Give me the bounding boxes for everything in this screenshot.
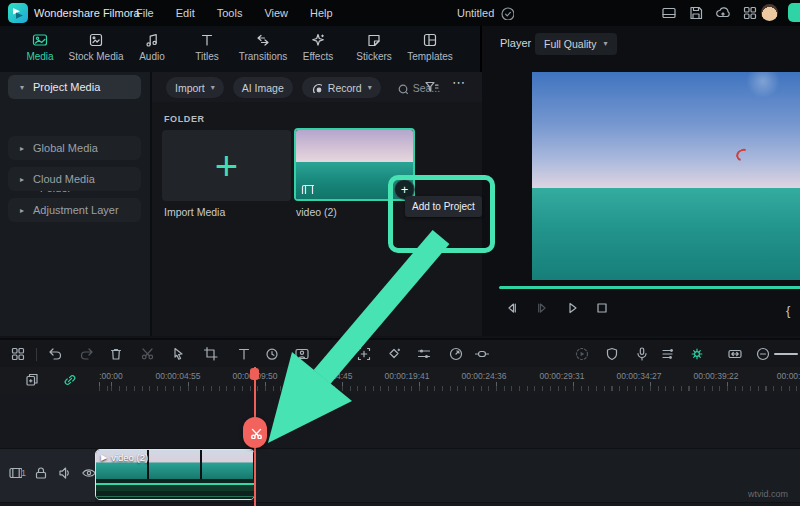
- ruler-label: 00:00:4: [777, 371, 800, 381]
- hide-track-icon[interactable]: [81, 465, 95, 479]
- menu-edit[interactable]: Edit: [176, 7, 195, 19]
- workspace-switch-icon[interactable]: [10, 346, 26, 362]
- keyframe-icon[interactable]: [386, 346, 402, 362]
- cloud-upload-icon[interactable]: [715, 5, 731, 21]
- adjust-sliders-icon[interactable]: [416, 346, 432, 362]
- track-header: 1: [0, 449, 95, 502]
- undo-icon[interactable]: [48, 346, 64, 362]
- chevron-down-icon: ▾: [368, 84, 372, 92]
- sidebar-item-project-media[interactable]: ▾ Project Media: [8, 75, 141, 99]
- export-button[interactable]: [788, 3, 800, 22]
- track-type-icon: [8, 465, 22, 479]
- crop-icon[interactable]: [203, 346, 219, 362]
- record-button[interactable]: Record▾: [302, 77, 381, 98]
- redo-icon[interactable]: [78, 346, 94, 362]
- render-preview-icon[interactable]: [574, 346, 590, 362]
- video-track-row: 1 ▶ video (2): [0, 448, 800, 503]
- snapshot-bracket-icon[interactable]: {: [786, 303, 790, 318]
- timeline-toolbar: [0, 338, 800, 370]
- play-button[interactable]: [564, 300, 580, 316]
- player-panel: Player Full Quality▾ {: [480, 26, 800, 336]
- timeline-zoom-slider[interactable]: [774, 353, 798, 355]
- sidebar-item-adjustment-layer[interactable]: ▸ Adjustment Layer: [8, 198, 141, 222]
- tab-stickers[interactable]: Stickers: [346, 32, 402, 62]
- tab-titles[interactable]: Titles: [179, 32, 235, 62]
- audio-mixer-icon[interactable]: [660, 346, 676, 362]
- project-title: Untitled: [457, 7, 494, 19]
- asset-tab-rail: Media Stock Media Audio Titles Transitio…: [0, 26, 480, 73]
- voiceover-mic-icon[interactable]: [634, 346, 650, 362]
- chevron-down-icon: ▾: [604, 40, 608, 48]
- timeline-tracks[interactable]: 1 ▶ video (2): [0, 393, 800, 506]
- folder-heading: FOLDER: [164, 114, 205, 124]
- thumb-sky: [296, 130, 413, 162]
- ruler-label: 00:00:34:27: [617, 371, 662, 381]
- toolbar-divider: [36, 348, 37, 361]
- more-options-icon[interactable]: ⋯: [452, 75, 466, 90]
- marker-icon[interactable]: [356, 346, 372, 362]
- stabilization-icon[interactable]: [474, 346, 490, 362]
- split-scissors-icon[interactable]: [140, 346, 156, 362]
- tab-audio[interactable]: Audio: [124, 32, 180, 62]
- tab-stock-media[interactable]: Stock Media: [68, 32, 124, 62]
- effects-plugin-icon[interactable]: [689, 346, 705, 362]
- timeline-ruler[interactable]: :00:00 00:00:04:55 00:00:09:50 00:00:14:…: [0, 367, 800, 393]
- import-button[interactable]: Import▾: [166, 77, 224, 98]
- menubar-actions: [661, 5, 758, 21]
- playhead-handle[interactable]: [250, 368, 259, 380]
- speed-clock-icon[interactable]: [264, 346, 280, 362]
- workspace-grid-icon[interactable]: [742, 5, 758, 21]
- auto-ripple-link-icon[interactable]: [62, 372, 78, 388]
- menu-file[interactable]: File: [136, 7, 154, 19]
- quality-dropdown[interactable]: Full Quality▾: [535, 33, 617, 55]
- mute-track-icon[interactable]: [57, 465, 71, 479]
- user-avatar[interactable]: [761, 4, 778, 21]
- split-tool-button[interactable]: [243, 417, 267, 448]
- ai-image-button[interactable]: AI Image: [233, 77, 293, 98]
- play-badge-icon: ▶: [101, 453, 107, 462]
- auto-reframe-icon[interactable]: [727, 346, 743, 362]
- app-title: Wondershare Filmora: [34, 7, 140, 19]
- timeline-clip[interactable]: ▶ video (2): [95, 449, 255, 500]
- add-to-project-tooltip: Add to Project: [405, 196, 482, 217]
- mask-icon[interactable]: [294, 346, 310, 362]
- zoom-out-icon[interactable]: [755, 346, 771, 362]
- filmora-app: Wondershare Filmora File Edit Tools View…: [0, 0, 800, 506]
- chevron-down-icon: ▾: [20, 83, 24, 92]
- stop-button[interactable]: [594, 300, 610, 316]
- import-media-tile[interactable]: +: [162, 130, 291, 201]
- filter-icon[interactable]: [424, 79, 440, 95]
- text-tool-icon[interactable]: [236, 346, 252, 362]
- chevron-down-icon: ▾: [211, 84, 215, 92]
- tab-media[interactable]: Media: [12, 32, 68, 62]
- delete-icon[interactable]: [108, 346, 124, 362]
- previous-frame-button[interactable]: [504, 300, 520, 316]
- video-preview[interactable]: [532, 72, 800, 280]
- ruler-label: 00:00:39:22: [694, 371, 739, 381]
- paste-board-icon[interactable]: [24, 372, 40, 388]
- menubar: Wondershare Filmora File Edit Tools View…: [0, 0, 800, 27]
- chevron-right-icon: ▸: [20, 175, 24, 184]
- select-cursor-icon[interactable]: [170, 346, 186, 362]
- step-forward-button[interactable]: [534, 300, 550, 316]
- sidebar-item-cloud-media[interactable]: ▸ Cloud Media: [8, 167, 141, 191]
- save-icon[interactable]: [688, 5, 704, 21]
- tab-effects[interactable]: Effects: [290, 32, 346, 62]
- menu-help[interactable]: Help: [310, 7, 333, 19]
- ruler-label: 00:00:29:31: [540, 371, 585, 381]
- preview-ocean: [532, 188, 800, 280]
- shield-icon[interactable]: [604, 346, 620, 362]
- ruler-label: 00:00:04:55: [156, 371, 201, 381]
- lock-track-icon[interactable]: [33, 465, 47, 479]
- tab-templates[interactable]: Templates: [402, 32, 458, 62]
- menu-tools[interactable]: Tools: [217, 7, 243, 19]
- chevron-right-icon: ▸: [20, 206, 24, 215]
- layout-panel-icon[interactable]: [661, 5, 677, 21]
- speed-ramp-icon[interactable]: [448, 346, 464, 362]
- sidebar-item-global-media[interactable]: ▸ Global Media: [8, 136, 141, 160]
- tab-transitions[interactable]: Transitions: [235, 32, 291, 62]
- ruler-ticks-minor: [95, 386, 800, 391]
- menu-view[interactable]: View: [264, 7, 288, 19]
- player-seekbar[interactable]: [499, 286, 800, 289]
- sync-status-icon[interactable]: [500, 6, 514, 20]
